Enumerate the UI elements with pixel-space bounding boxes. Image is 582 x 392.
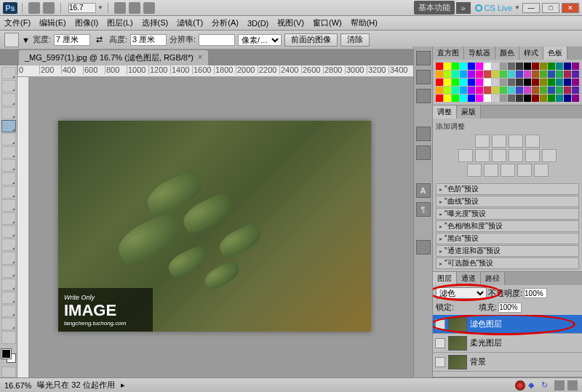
layer-row[interactable]: 背景 bbox=[433, 353, 582, 372]
tab-adjustments[interactable]: 调整 bbox=[433, 105, 457, 119]
swatch-cell[interactable] bbox=[460, 71, 467, 78]
eyedropper-tool[interactable] bbox=[1, 133, 16, 145]
dock-icon[interactable] bbox=[416, 240, 431, 255]
width-input[interactable] bbox=[54, 34, 90, 46]
status-icon[interactable] bbox=[554, 380, 565, 391]
swatch-cell[interactable] bbox=[476, 87, 483, 94]
swatch-cell[interactable] bbox=[572, 95, 579, 102]
tab-paths[interactable]: 路径 bbox=[481, 272, 505, 285]
swatch-cell[interactable] bbox=[540, 87, 547, 94]
tab-layers[interactable]: 图层 bbox=[433, 272, 457, 285]
swatches-grid[interactable] bbox=[436, 63, 579, 102]
marquee-tool[interactable] bbox=[1, 80, 16, 92]
swatch-cell[interactable] bbox=[452, 95, 459, 102]
tab-masks[interactable]: 蒙版 bbox=[457, 105, 481, 119]
swatch-cell[interactable] bbox=[548, 63, 555, 70]
swatch-cell[interactable] bbox=[516, 95, 523, 102]
visibility-eye-icon[interactable] bbox=[435, 357, 445, 367]
swatch-cell[interactable] bbox=[436, 71, 443, 78]
swatch-cell[interactable] bbox=[484, 63, 491, 70]
swatch-cell[interactable] bbox=[572, 63, 579, 70]
swatch-cell[interactable] bbox=[532, 95, 539, 102]
tab-histogram[interactable]: 直方图 bbox=[433, 47, 464, 60]
gradientmap-icon[interactable] bbox=[517, 164, 532, 177]
swatch-cell[interactable] bbox=[556, 87, 563, 94]
swatch-cell[interactable] bbox=[492, 87, 499, 94]
crop-tool[interactable] bbox=[1, 120, 16, 132]
menu-layer[interactable]: 图层(L) bbox=[103, 17, 137, 28]
minibridge-icon[interactable] bbox=[43, 2, 55, 14]
dock-icon[interactable] bbox=[416, 51, 431, 65]
swatch-cell[interactable] bbox=[508, 71, 515, 78]
type-tool[interactable] bbox=[1, 265, 16, 278]
swatch-cell[interactable] bbox=[444, 95, 451, 102]
invert-icon[interactable] bbox=[467, 164, 482, 177]
menu-file[interactable]: 文件(F) bbox=[0, 17, 35, 28]
status-sync-icon[interactable]: ↻ bbox=[541, 380, 551, 391]
swatch-cell[interactable] bbox=[452, 87, 459, 94]
dock-icon[interactable] bbox=[416, 145, 431, 160]
menu-view[interactable]: 视图(V) bbox=[273, 17, 308, 28]
swatch-cell[interactable] bbox=[444, 71, 451, 78]
resolution-unit-select[interactable]: 像素/… bbox=[238, 34, 282, 46]
viewextras-icon[interactable] bbox=[114, 2, 126, 14]
swatch-cell[interactable] bbox=[484, 79, 491, 86]
swatch-cell[interactable] bbox=[500, 95, 507, 102]
path-tool[interactable] bbox=[1, 279, 16, 291]
screenmode-icon[interactable] bbox=[143, 2, 155, 14]
swatch-cell[interactable] bbox=[556, 79, 563, 86]
quickmask-toggle[interactable] bbox=[1, 367, 16, 377]
visibility-eye-icon[interactable] bbox=[435, 319, 445, 329]
status-icon[interactable] bbox=[567, 380, 578, 391]
swatch-cell[interactable] bbox=[548, 95, 555, 102]
swatch-cell[interactable] bbox=[436, 79, 443, 86]
swatch-cell[interactable] bbox=[492, 63, 499, 70]
status-icon[interactable]: ◆ bbox=[528, 380, 538, 391]
status-icon[interactable] bbox=[515, 380, 525, 391]
layer-thumbnail[interactable] bbox=[448, 317, 467, 332]
swatch-cell[interactable] bbox=[516, 79, 523, 86]
swap-dims-icon[interactable]: ⇄ bbox=[93, 33, 106, 47]
maximize-button[interactable]: □ bbox=[542, 3, 559, 13]
menu-filter[interactable]: 滤镜(T) bbox=[172, 17, 207, 28]
swatch-cell[interactable] bbox=[444, 79, 451, 86]
swatch-cell[interactable] bbox=[492, 79, 499, 86]
arrange-icon[interactable] bbox=[129, 2, 140, 14]
swatch-cell[interactable] bbox=[556, 63, 563, 70]
swatch-cell[interactable] bbox=[436, 87, 443, 94]
blend-mode-select[interactable]: 滤色 bbox=[436, 287, 487, 299]
blur-tool[interactable] bbox=[1, 225, 16, 238]
dock-character-icon[interactable]: A bbox=[416, 183, 431, 198]
preset-item[interactable]: "曝光度"预设 bbox=[436, 208, 579, 220]
swatch-cell[interactable] bbox=[476, 63, 483, 70]
swatch-cell[interactable] bbox=[484, 95, 491, 102]
tab-channels[interactable]: 通道 bbox=[457, 272, 481, 285]
preset-item[interactable]: "色阶"预设 bbox=[436, 183, 579, 195]
eraser-tool[interactable] bbox=[1, 199, 16, 212]
swatch-cell[interactable] bbox=[468, 79, 475, 86]
status-zoom[interactable]: 16.67% bbox=[4, 381, 31, 390]
swatch-cell[interactable] bbox=[468, 71, 475, 78]
visibility-eye-icon[interactable] bbox=[435, 338, 445, 348]
layer-thumbnail[interactable] bbox=[448, 336, 467, 351]
zoom-dropdown-icon[interactable]: ▼ bbox=[97, 4, 103, 11]
brush-tool[interactable] bbox=[1, 159, 16, 172]
swatch-cell[interactable] bbox=[516, 63, 523, 70]
tab-swatches[interactable]: 色板 bbox=[543, 47, 567, 60]
swatch-cell[interactable] bbox=[572, 79, 579, 86]
swatch-cell[interactable] bbox=[460, 95, 467, 102]
clear-button[interactable]: 清除 bbox=[340, 33, 370, 47]
layer-row[interactable]: 柔光图层 bbox=[433, 334, 582, 353]
document-tab[interactable]: _MG_5997(1).jpg @ 16.7% (滤色图层, RGB/8*) × bbox=[19, 50, 208, 65]
cslive-button[interactable]: CS Live▼ bbox=[475, 4, 520, 12]
dock-icon[interactable] bbox=[416, 70, 431, 84]
swatch-cell[interactable] bbox=[532, 71, 539, 78]
swatch-cell[interactable] bbox=[572, 87, 579, 94]
swatch-cell[interactable] bbox=[532, 87, 539, 94]
menu-window[interactable]: 窗口(W) bbox=[308, 17, 346, 28]
swatch-cell[interactable] bbox=[460, 87, 467, 94]
swatch-cell[interactable] bbox=[460, 79, 467, 86]
lock-position-icon[interactable] bbox=[467, 303, 477, 313]
menu-3d[interactable]: 3D(D) bbox=[243, 19, 273, 28]
preset-item[interactable]: "通道混和器"预设 bbox=[436, 245, 579, 257]
